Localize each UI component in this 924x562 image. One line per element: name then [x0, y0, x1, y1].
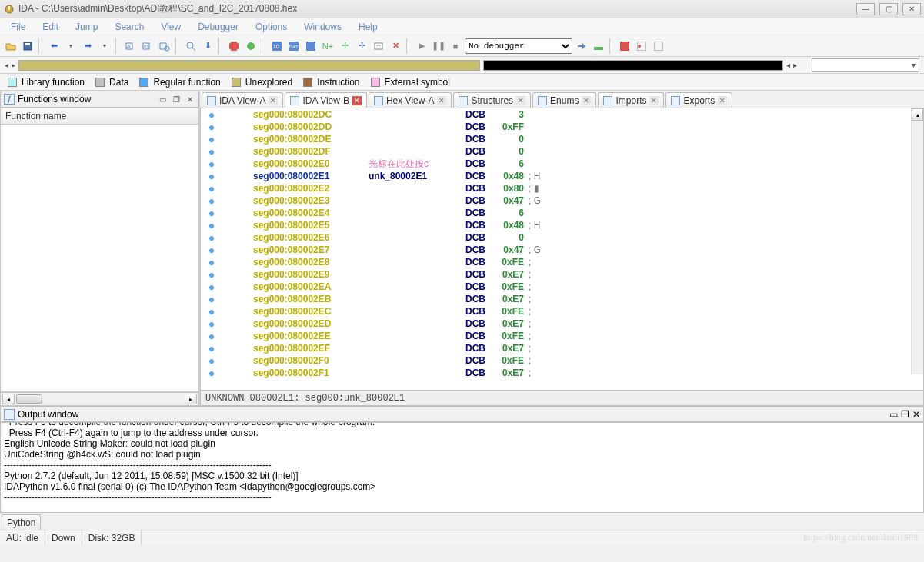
breakpoint-dot-icon[interactable]: ●: [201, 121, 222, 133]
save-icon[interactable]: [20, 38, 35, 54]
back-dropdown-icon[interactable]: ▾: [63, 38, 78, 54]
disasm-row[interactable]: ●seg000:080002DDDCB0xFF: [201, 121, 923, 133]
debug-pause-icon[interactable]: ❚❚: [431, 38, 446, 54]
disasm-row[interactable]: ●seg000:080002EADCB0xFE;: [201, 281, 923, 293]
breakpoint-dot-icon[interactable]: ●: [201, 170, 222, 182]
functions-hscrollbar[interactable]: ◂ ▸: [0, 392, 199, 406]
breakpoint-icon[interactable]: [617, 38, 632, 54]
disasm-row[interactable]: ●seg000:080002E9DCB0xE7;: [201, 268, 923, 281]
disasm-row[interactable]: ●seg000:080002E5DCB0x48; H: [201, 219, 923, 231]
breakpoint-dot-icon[interactable]: ●: [201, 281, 222, 293]
tab-exports[interactable]: Exports✕: [665, 92, 732, 108]
debug-stepinto-icon[interactable]: [591, 38, 606, 54]
text-search-icon[interactable]: A: [123, 38, 138, 54]
breakpoint-dot-icon[interactable]: ●: [201, 330, 222, 342]
breakpoint-dot-icon[interactable]: ●: [201, 182, 222, 195]
nav-overview-bar-dark[interactable]: [483, 60, 783, 71]
debug-step-icon[interactable]: [574, 38, 589, 54]
data-icon[interactable]: DAT: [286, 38, 302, 54]
disassembly-view[interactable]: ●seg000:080002DCDCB 3●seg000:080002DDDCB…: [200, 108, 924, 391]
disasm-row[interactable]: ●seg000:080002E2DCB0x80; ▮: [201, 182, 923, 195]
debugger-select[interactable]: No debugger: [465, 38, 572, 54]
disasm-row[interactable]: ●seg000:080002E4DCB 6: [201, 207, 923, 219]
goto-down-icon[interactable]: ⬇: [200, 38, 215, 54]
tab-close-icon[interactable]: ✕: [352, 96, 362, 105]
search-again-icon[interactable]: [157, 38, 172, 54]
functions-column-header[interactable]: Function name: [0, 108, 199, 125]
tab-hex-view-a[interactable]: Hex View-A✕: [369, 92, 452, 108]
breakpoint-dot-icon[interactable]: ●: [201, 145, 222, 158]
tab-ida-view-b[interactable]: IDA View-B✕: [285, 92, 366, 108]
panel-float-icon[interactable]: ❐: [171, 94, 182, 105]
bp-toggle-icon[interactable]: [651, 38, 666, 54]
debug-stop-icon[interactable]: ■: [448, 38, 463, 54]
binary-search-icon[interactable]: 01: [140, 38, 155, 54]
disasm-row[interactable]: ●seg000:080002E3DCB0x47; G: [201, 195, 923, 207]
breakpoint-dot-icon[interactable]: ●: [201, 207, 222, 219]
breakpoint-dot-icon[interactable]: ●: [201, 354, 222, 367]
breakpoint-dot-icon[interactable]: ●: [201, 195, 222, 207]
nav-combo[interactable]: ▾: [812, 58, 919, 72]
back-icon[interactable]: ⬅: [46, 38, 62, 54]
breakpoint-dot-icon[interactable]: ●: [201, 256, 222, 268]
menu-debugger[interactable]: Debugger: [190, 20, 246, 34]
tab-close-icon[interactable]: ✕: [437, 96, 446, 105]
scroll-up-icon[interactable]: ▴: [912, 108, 923, 121]
stop-icon[interactable]: [226, 38, 242, 54]
breakpoint-dot-icon[interactable]: ●: [201, 231, 222, 244]
tab-close-icon[interactable]: ✕: [718, 96, 727, 105]
disasm-row[interactable]: ●seg000:080002ECDCB0xFE;: [201, 305, 923, 318]
output-float-icon[interactable]: ❐: [901, 409, 909, 420]
tab-imports[interactable]: Imports✕: [598, 92, 664, 108]
xref-plus-icon[interactable]: ✢: [337, 38, 352, 54]
nav-left-icon[interactable]: ◂: [5, 61, 8, 69]
menu-help[interactable]: Help: [351, 20, 385, 34]
menu-search[interactable]: Search: [107, 20, 152, 34]
menu-options[interactable]: Options: [248, 20, 295, 34]
disasm-row[interactable]: ●seg000:080002F0DCB0xFE;: [201, 354, 923, 367]
bp-list-icon[interactable]: [634, 38, 649, 54]
nav-overview-bar[interactable]: [18, 60, 480, 71]
menu-jump[interactable]: Jump: [68, 20, 105, 34]
forward-icon[interactable]: ➡: [80, 38, 95, 54]
scroll-right-icon[interactable]: ▸: [185, 394, 197, 404]
breakpoint-dot-icon[interactable]: ●: [201, 367, 222, 379]
breakpoint-dot-icon[interactable]: ●: [201, 293, 222, 305]
python-tab[interactable]: Python: [2, 514, 41, 530]
forward-dropdown-icon[interactable]: ▾: [97, 38, 112, 54]
delete-icon[interactable]: ✕: [388, 38, 403, 54]
breakpoint-dot-icon[interactable]: ●: [201, 158, 222, 170]
disasm-row[interactable]: ●seg000:080002E7DCB0x47; G: [201, 244, 923, 256]
disasm-row[interactable]: ●seg000:080002DCDCB 3: [201, 108, 923, 121]
disasm-row[interactable]: ●seg000:080002F1DCB0xE7;: [201, 367, 923, 379]
functions-list[interactable]: [0, 125, 199, 392]
disasm-row[interactable]: ●seg000:080002E0光标在此处按cDCB 6: [201, 158, 923, 170]
nav-left2-icon[interactable]: ◂: [786, 61, 790, 69]
edit-icon[interactable]: [371, 38, 386, 54]
scroll-thumb[interactable]: [16, 394, 42, 404]
menu-edit[interactable]: Edit: [35, 20, 66, 34]
breakpoint-dot-icon[interactable]: ●: [201, 219, 222, 231]
tab-ida-view-a[interactable]: IDA View-A✕: [202, 92, 283, 108]
open-icon[interactable]: [3, 38, 18, 54]
menu-file[interactable]: File: [3, 20, 33, 34]
output-close-icon[interactable]: ✕: [912, 409, 920, 420]
maximize-button[interactable]: ▢: [879, 3, 898, 15]
breakpoint-dot-icon[interactable]: ●: [201, 342, 222, 354]
tab-close-icon[interactable]: ✕: [269, 96, 278, 105]
menu-windows[interactable]: Windows: [296, 20, 349, 34]
tab-enums[interactable]: Enums✕: [532, 92, 596, 108]
breakpoint-dot-icon[interactable]: ●: [201, 268, 222, 281]
breakpoint-dot-icon[interactable]: ●: [201, 305, 222, 318]
output-restore-icon[interactable]: ▭: [889, 409, 898, 420]
breakpoint-dot-icon[interactable]: ●: [201, 318, 222, 330]
disasm-row[interactable]: ●seg000:080002EEDCB0xFE;: [201, 330, 923, 342]
breakpoint-dot-icon[interactable]: ●: [201, 244, 222, 256]
disasm-row[interactable]: ●seg000:080002E8DCB0xFE;: [201, 256, 923, 268]
panel-restore-icon[interactable]: ▭: [157, 94, 168, 105]
code-icon[interactable]: 10: [269, 38, 285, 54]
disasm-row[interactable]: ●seg000:080002DFDCB 0: [201, 145, 923, 158]
tab-close-icon[interactable]: ✕: [516, 96, 525, 105]
disasm-row[interactable]: ●seg000:080002EDDCB0xE7;: [201, 318, 923, 330]
nav-right-icon[interactable]: ▸: [12, 61, 15, 69]
